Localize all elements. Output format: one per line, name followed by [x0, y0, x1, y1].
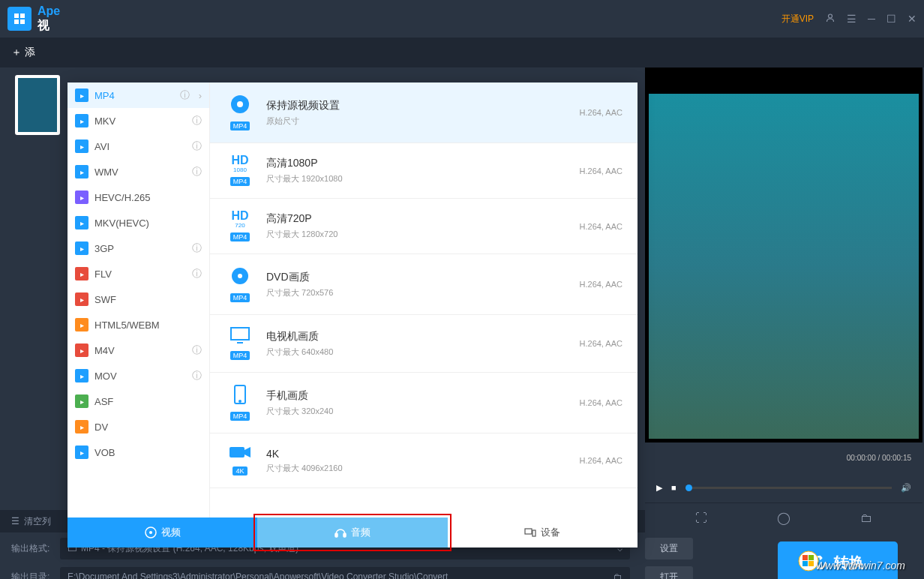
titlebar: Ape 视 开通VIP ☰ ─ ☐ ✕	[0, 0, 924, 38]
format-file-icon: ▸	[75, 190, 88, 204]
format-file-icon: ▸	[75, 88, 88, 102]
format-item-avi[interactable]: ▸ AVI ⓘ	[68, 134, 209, 159]
preset-codec: H.264, AAC	[580, 222, 622, 231]
preset-item[interactable]: 4K 4K 尺寸最大 4096x2160 H.264, AAC	[210, 434, 638, 488]
minimize-icon[interactable]: ─	[868, 13, 875, 25]
crop-icon[interactable]: ⛶	[695, 512, 707, 525]
format-item-3gp[interactable]: ▸ 3GP ⓘ	[68, 236, 209, 261]
info-icon[interactable]: ⓘ	[192, 140, 202, 153]
format-file-icon: ▸	[75, 267, 88, 280]
tab-device[interactable]: 设备	[448, 518, 638, 548]
preset-codec: H.264, AAC	[580, 339, 622, 348]
video-thumbnail[interactable]	[15, 75, 60, 135]
preset-subtitle: 尺寸最大 320x240	[266, 406, 580, 417]
popup-tabs: 视频 音频 设备	[68, 518, 638, 548]
preset-item[interactable]: MP4 保持源视频设置 原始尺寸 H.264, AAC	[210, 82, 638, 143]
toolbar: ＋ 添	[0, 38, 924, 68]
svg-rect-19	[802, 561, 808, 566]
format-item-vob[interactable]: ▸ VOB	[68, 440, 209, 465]
open-button[interactable]: 打开	[645, 566, 693, 580]
preset-item[interactable]: MP4 手机画质 尺寸最大 320x240 H.264, AAC	[210, 373, 638, 434]
menu-icon[interactable]: ☰	[847, 13, 856, 25]
time-display: 00:00:00 / 00:00:15	[847, 454, 911, 462]
preset-title: 手机画质	[266, 389, 580, 403]
watermark: Www.Winwin7.com	[815, 560, 905, 572]
preset-subtitle: 尺寸最大 1920x1080	[266, 173, 580, 184]
add-button[interactable]: ＋ 添	[11, 46, 35, 59]
maximize-icon[interactable]: ☐	[886, 13, 896, 25]
preview-panel: 00:00:00 / 00:00:15 ▶ ■ 🔊 ⛶ ◯ 🗀	[645, 68, 922, 532]
info-icon[interactable]: ⓘ	[192, 267, 202, 280]
output-dir-field[interactable]: E:\Document And Settings3\Administrator\…	[60, 567, 630, 579]
preset-title: 高清720P	[266, 212, 580, 226]
browse-folder-icon[interactable]: 🗀	[614, 572, 622, 579]
preset-icon: MP4	[225, 94, 255, 131]
play-button[interactable]: ▶	[656, 483, 662, 493]
format-item-swf[interactable]: ▸ SWF	[68, 286, 209, 312]
format-item-mov[interactable]: ▸ MOV ⓘ	[68, 363, 209, 388]
svg-rect-15	[532, 530, 536, 536]
format-item-wmv[interactable]: ▸ WMV ⓘ	[68, 159, 209, 184]
tab-video[interactable]: 视频	[68, 518, 257, 548]
format-file-icon: ▸	[75, 242, 88, 255]
svg-point-8	[239, 400, 241, 402]
snapshot-icon[interactable]: ◯	[777, 511, 790, 525]
preset-item[interactable]: MP4 电视机画质 尺寸最大 640x480 H.264, AAC	[210, 315, 638, 373]
format-item-hevch265[interactable]: ▸ HEVC/H.265	[68, 184, 209, 210]
tab-audio[interactable]: 音频	[257, 518, 447, 548]
video-controls: 00:00:00 / 00:00:15	[645, 442, 922, 472]
preset-title: 高清1080P	[266, 157, 580, 170]
format-file-icon: ▸	[75, 394, 88, 408]
preset-item[interactable]: HD1080MP4 高清1080P 尺寸最大 1920x1080 H.264, …	[210, 143, 638, 199]
vip-link[interactable]: 开通VIP	[782, 13, 814, 26]
format-item-mp4[interactable]: ▸ MP4 ⓘ ›	[68, 82, 209, 108]
format-popup: ▸ MP4 ⓘ ›▸ MKV ⓘ ▸ AVI ⓘ ▸ WMV ⓘ ▸ HEVC/…	[68, 82, 638, 548]
svg-rect-20	[808, 561, 814, 566]
close-icon[interactable]: ✕	[908, 13, 916, 25]
info-icon[interactable]: ⓘ	[192, 369, 202, 382]
format-item-flv[interactable]: ▸ FLV ⓘ	[68, 261, 209, 286]
preset-title: DVD画质	[266, 271, 580, 284]
format-item-html5webm[interactable]: ▸ HTML5/WEBM	[68, 312, 209, 338]
preset-codec: H.264, AAC	[580, 280, 622, 289]
info-icon[interactable]: ⓘ	[192, 242, 202, 255]
video-preview[interactable]	[649, 94, 919, 439]
preset-icon: MP4	[225, 384, 255, 422]
svg-rect-17	[802, 555, 808, 560]
format-file-icon: ▸	[75, 140, 88, 153]
format-item-dv[interactable]: ▸ DV	[68, 414, 209, 440]
svg-point-0	[829, 14, 832, 18]
preset-subtitle: 尺寸最大 1280x720	[266, 229, 580, 240]
output-dir-label: 输出目录:	[11, 571, 52, 580]
format-item-mkv[interactable]: ▸ MKV ⓘ	[68, 108, 209, 134]
stop-button[interactable]: ■	[671, 483, 676, 492]
format-sidebar: ▸ MP4 ⓘ ›▸ MKV ⓘ ▸ AVI ⓘ ▸ WMV ⓘ ▸ HEVC/…	[68, 82, 210, 518]
info-icon[interactable]: ⓘ	[192, 165, 202, 178]
settings-button[interactable]: 设置	[645, 538, 693, 560]
format-item-m4v[interactable]: ▸ M4V ⓘ	[68, 338, 209, 363]
svg-point-2	[237, 101, 243, 107]
folder-icon[interactable]: 🗀	[860, 512, 872, 525]
preset-item[interactable]: HD720MP4 高清720P 尺寸最大 1280x720 H.264, AAC	[210, 199, 638, 254]
app-logo	[8, 7, 32, 31]
volume-icon[interactable]: 🔊	[901, 483, 911, 493]
preset-codec: H.264, AAC	[580, 166, 622, 176]
info-icon[interactable]: ⓘ	[180, 88, 190, 102]
preset-codec: H.264, AAC	[580, 398, 622, 407]
preset-item[interactable]: MP4 DVD画质 尺寸最大 720x576 H.264, AAC	[210, 254, 638, 315]
svg-rect-18	[808, 555, 814, 560]
preset-title: 保持源视频设置	[266, 99, 580, 112]
info-icon[interactable]: ⓘ	[192, 344, 202, 357]
format-file-icon: ▸	[75, 114, 88, 128]
preset-icon: MP4	[225, 326, 255, 361]
preset-title: 电视机画质	[266, 330, 580, 344]
info-icon[interactable]: ⓘ	[192, 114, 202, 128]
preset-subtitle: 尺寸最大 640x480	[266, 346, 580, 358]
format-item-mkvhevc[interactable]: ▸ MKV(HEVC)	[68, 210, 209, 236]
format-item-asf[interactable]: ▸ ASF	[68, 388, 209, 414]
format-file-icon: ▸	[75, 292, 88, 306]
progress-bar[interactable]	[686, 487, 892, 489]
preset-list: MP4 保持源视频设置 原始尺寸 H.264, AACHD1080MP4 高清1…	[210, 82, 638, 518]
user-icon[interactable]	[825, 13, 836, 26]
preset-codec: H.264, AAC	[580, 108, 622, 117]
